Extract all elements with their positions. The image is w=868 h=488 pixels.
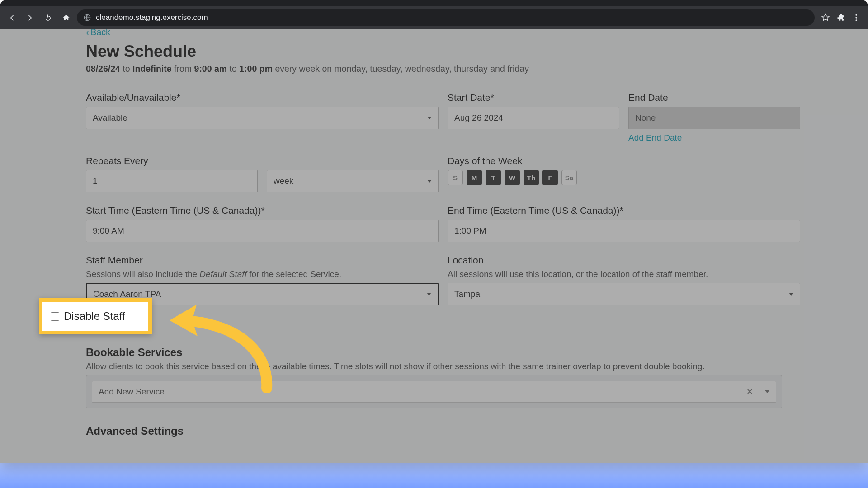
bookable-services-title: Bookable Services [86, 346, 782, 359]
browser-toolbar: cleandemo.staging.exercise.com [0, 6, 868, 29]
end-date-input: None [628, 107, 800, 129]
day-sa[interactable]: Sa [561, 170, 577, 185]
available-value: Available [93, 113, 127, 123]
tab-strip [0, 0, 868, 6]
home-icon[interactable] [59, 10, 73, 25]
browser-window: cleandemo.staging.exercise.com ‹ Back Ne… [0, 0, 868, 463]
kebab-menu-icon[interactable] [852, 13, 861, 22]
back-link[interactable]: ‹ Back [86, 29, 782, 38]
start-date-group: Start Date* Aug 26 2024 [448, 92, 619, 143]
dow-picker: S M T W Th F Sa [448, 170, 800, 185]
back-label: Back [91, 29, 110, 38]
dow-label: Days of the Week [448, 155, 800, 166]
end-date-value: None [635, 113, 656, 123]
end-time-input[interactable]: 1:00 PM [448, 220, 800, 242]
day-w[interactable]: W [505, 170, 520, 185]
available-select[interactable]: Available [86, 107, 439, 129]
end-time-label: End Time (Eastern Time (US & Canada))* [448, 205, 800, 216]
caret-down-icon [427, 117, 432, 119]
site-info-icon [83, 14, 91, 22]
add-service-select[interactable]: Add New Service ✕ [92, 381, 776, 403]
caret-down-icon [427, 180, 432, 183]
chevron-left-icon: ‹ [86, 29, 89, 38]
repeats-label: Repeats Every [86, 155, 439, 166]
bookable-services-section: Bookable Services Allow clients to book … [86, 346, 782, 408]
location-value: Tampa [454, 289, 480, 299]
service-box: Add New Service ✕ [86, 375, 782, 408]
clear-icon[interactable]: ✕ [746, 387, 753, 397]
staff-helper: Sessions will also include the Default S… [86, 269, 439, 279]
add-end-date-link[interactable]: Add End Date [628, 133, 682, 143]
location-label: Location [448, 255, 800, 266]
day-m[interactable]: M [467, 170, 482, 185]
repeats-unit-value: week [274, 176, 293, 186]
available-label: Available/Unavailable* [86, 92, 439, 103]
location-select[interactable]: Tampa [448, 283, 800, 305]
forward-icon[interactable] [23, 10, 37, 25]
highlight-disable-staff: Disable Staff [39, 298, 152, 334]
extensions-icon[interactable] [836, 13, 845, 22]
page-title: New Schedule [86, 42, 782, 61]
day-f[interactable]: F [542, 170, 558, 185]
advanced-settings-title: Advanced Settings [86, 425, 782, 437]
day-th[interactable]: Th [524, 170, 539, 185]
end-date-group: End Date None Add End Date [628, 92, 800, 143]
reload-icon[interactable] [41, 10, 55, 25]
start-date-input[interactable]: Aug 26 2024 [448, 107, 619, 129]
location-group: Location All sessions will use this loca… [448, 255, 800, 305]
svg-point-2 [855, 17, 857, 18]
back-icon[interactable] [5, 10, 19, 25]
address-bar[interactable]: cleandemo.staging.exercise.com [77, 9, 815, 26]
start-time-group: Start Time (Eastern Time (US & Canada))*… [86, 205, 439, 242]
location-helper: All sessions will use this location, or … [448, 269, 800, 279]
staff-label: Staff Member [86, 255, 439, 266]
end-date-label: End Date [628, 92, 800, 103]
disable-staff-label: Disable Staff [64, 310, 125, 323]
url-text: cleandemo.staging.exercise.com [96, 13, 208, 22]
repeats-unit-select[interactable]: week [267, 170, 439, 192]
staff-value: Coach Aaron TPA [93, 289, 161, 299]
start-time-input[interactable]: 9:00 AM [86, 220, 439, 242]
repeats-number-input[interactable]: 1 [86, 170, 258, 192]
end-time-value: 1:00 PM [454, 226, 486, 236]
start-date-value: Aug 26 2024 [454, 113, 503, 123]
caret-down-icon [765, 390, 769, 393]
bookmark-star-icon[interactable] [821, 13, 830, 22]
caret-down-icon [427, 293, 431, 296]
page: ‹ Back New Schedule 08/26/24 to Indefini… [0, 29, 868, 463]
start-time-label: Start Time (Eastern Time (US & Canada))* [86, 205, 439, 216]
schedule-summary: 08/26/24 to Indefinite from 9:00 am to 1… [86, 64, 782, 74]
repeats-number-value: 1 [93, 176, 98, 186]
svg-point-3 [855, 19, 857, 21]
start-date-label: Start Date* [448, 92, 619, 103]
svg-point-1 [855, 14, 857, 16]
start-time-value: 9:00 AM [93, 226, 124, 236]
disable-staff-checkbox[interactable] [51, 312, 59, 321]
dow-group: Days of the Week S M T W Th F Sa [448, 155, 800, 192]
day-t[interactable]: T [486, 170, 501, 185]
caret-down-icon [789, 293, 793, 296]
available-group: Available/Unavailable* Available [86, 92, 439, 143]
day-s[interactable]: S [448, 170, 463, 185]
bookable-services-helper: Allow clients to book this service based… [86, 361, 782, 371]
end-time-group: End Time (Eastern Time (US & Canada))* 1… [448, 205, 800, 242]
repeats-group: Repeats Every 1 week [86, 155, 439, 192]
add-service-label: Add New Service [99, 387, 165, 397]
